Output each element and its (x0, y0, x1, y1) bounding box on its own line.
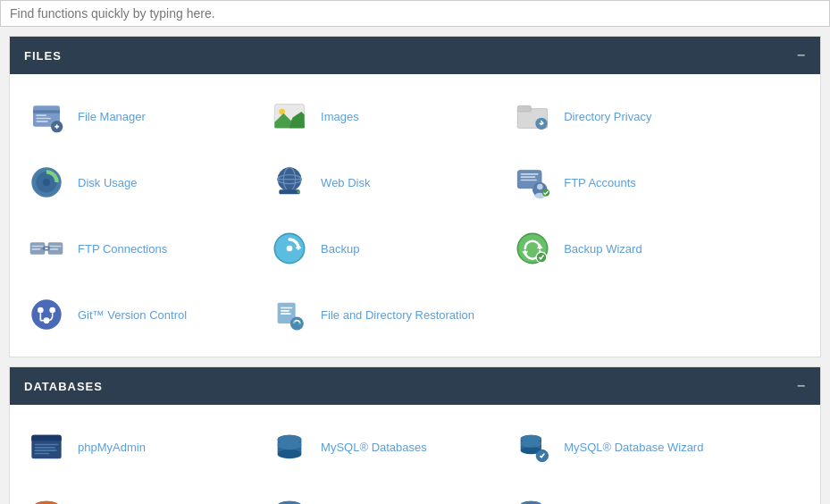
images-label: Images (321, 110, 359, 123)
files-section-header: FILES − (10, 37, 820, 74)
item-postgresql-databases[interactable]: PostgreSQL Databases (253, 480, 496, 504)
svg-rect-59 (281, 310, 289, 312)
item-postgresql-database-wizard[interactable]: PostgreSQL Database Wizard (496, 480, 739, 504)
databases-section-title: DATABASES (24, 380, 103, 393)
svg-rect-26 (521, 173, 539, 175)
svg-rect-13 (518, 105, 532, 112)
mysql-database-wizard-icon (510, 424, 555, 469)
svg-rect-3 (36, 118, 51, 120)
databases-section: DATABASES − phpMyAdmin MySQL® Databases … (9, 366, 821, 504)
svg-rect-69 (35, 449, 57, 451)
item-directory-privacy[interactable]: Directory Privacy (496, 83, 739, 149)
file-manager-icon (24, 94, 69, 139)
postgresql-databases-icon (267, 491, 312, 504)
svg-rect-42 (49, 248, 58, 250)
item-mysql-database-wizard[interactable]: MySQL® Database Wizard (496, 414, 739, 480)
item-backup-wizard[interactable]: Backup Wizard (496, 215, 739, 281)
svg-point-73 (278, 449, 302, 458)
svg-point-9 (279, 109, 285, 115)
databases-section-content: phpMyAdmin MySQL® Databases MySQL® Datab… (10, 405, 820, 504)
svg-rect-68 (35, 447, 55, 449)
git-version-control-label: Git™ Version Control (78, 308, 187, 322)
postgresql-database-wizard-icon (510, 491, 555, 504)
ftp-accounts-label: FTP Accounts (564, 176, 636, 189)
file-manager-label: File Manager (78, 110, 146, 123)
item-backup[interactable]: Backup (253, 215, 496, 281)
item-images[interactable]: Images (253, 83, 496, 149)
mysql-databases-icon (267, 424, 312, 469)
item-remote-mysql[interactable]: Remote MySQL® (10, 480, 253, 504)
svg-point-80 (521, 441, 541, 448)
git-version-control-icon (24, 292, 69, 337)
images-icon (267, 94, 312, 139)
search-container (0, 0, 830, 27)
svg-point-18 (43, 179, 50, 186)
svg-rect-27 (521, 176, 536, 178)
svg-point-50 (31, 299, 61, 329)
svg-point-30 (537, 184, 543, 190)
file-and-directory-restoration-icon (267, 292, 312, 337)
directory-privacy-label: Directory Privacy (564, 110, 651, 123)
disk-usage-label: Disk Usage (78, 176, 137, 189)
databases-section-header: DATABASES − (10, 367, 820, 405)
svg-rect-58 (281, 307, 292, 309)
item-file-and-directory-restoration[interactable]: File and Directory Restoration (253, 281, 496, 348)
files-section-toggle[interactable]: − (797, 47, 806, 63)
backup-icon (267, 226, 312, 271)
ftp-connections-label: FTP Connections (78, 242, 167, 256)
svg-point-24 (297, 190, 299, 193)
svg-point-63 (299, 323, 302, 325)
backup-wizard-label: Backup Wizard (564, 242, 641, 256)
directory-privacy-icon (510, 94, 555, 139)
svg-rect-7 (56, 124, 58, 129)
item-mysql-databases[interactable]: MySQL® Databases (253, 414, 496, 480)
phpmyadmin-icon (24, 424, 69, 469)
svg-point-75 (278, 441, 302, 449)
svg-point-51 (38, 307, 44, 314)
ftp-connections-icon (24, 226, 69, 271)
svg-rect-41 (49, 246, 61, 248)
web-disk-label: Web Disk (321, 176, 370, 189)
svg-point-61 (290, 317, 304, 331)
remote-mysql-icon (24, 491, 69, 504)
files-section-title: FILES (24, 49, 62, 63)
item-git-version-control[interactable]: Git™ Version Control (10, 281, 253, 348)
web-disk-icon (267, 160, 312, 205)
svg-rect-28 (521, 180, 537, 181)
item-disk-usage[interactable]: Disk Usage (10, 149, 253, 215)
item-phpmyadmin[interactable]: phpMyAdmin (10, 414, 253, 480)
disk-usage-icon (24, 160, 69, 205)
file-and-directory-restoration-label: File and Directory Restoration (321, 308, 474, 322)
svg-point-44 (287, 246, 293, 252)
files-section-content: File Manager Images Directory Privacy Di… (10, 74, 820, 357)
mysql-databases-label: MySQL® Databases (321, 441, 427, 454)
mysql-database-wizard-label: MySQL® Database Wizard (564, 441, 703, 454)
svg-rect-66 (31, 439, 61, 441)
svg-rect-60 (281, 313, 291, 315)
files-section: FILES − File Manager Images Directory Pr… (9, 36, 821, 357)
svg-rect-39 (31, 246, 43, 248)
ftp-accounts-icon (510, 160, 555, 205)
svg-rect-40 (31, 248, 40, 250)
svg-rect-70 (35, 453, 50, 455)
svg-rect-1 (33, 110, 60, 113)
svg-rect-2 (36, 114, 46, 116)
svg-rect-4 (36, 121, 47, 122)
item-ftp-connections[interactable]: FTP Connections (10, 215, 253, 281)
phpmyadmin-label: phpMyAdmin (78, 441, 146, 454)
svg-point-52 (49, 307, 55, 314)
item-ftp-accounts[interactable]: FTP Accounts (496, 149, 739, 215)
search-input[interactable] (10, 6, 820, 21)
item-file-manager[interactable]: File Manager (10, 83, 253, 149)
databases-section-toggle[interactable]: − (797, 378, 806, 394)
svg-rect-67 (35, 444, 59, 446)
item-web-disk[interactable]: Web Disk (253, 149, 496, 215)
svg-rect-23 (279, 189, 299, 194)
backup-label: Backup (321, 242, 359, 256)
backup-wizard-icon (510, 226, 555, 271)
